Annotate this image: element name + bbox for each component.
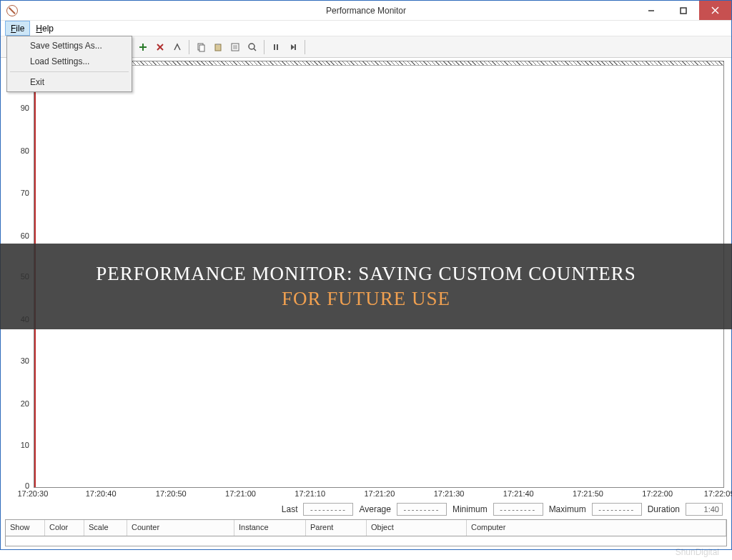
highlight-button[interactable] [169, 39, 185, 55]
minimize-button[interactable] [635, 1, 667, 20]
x-axis: 17:20:30 17:20:40 17:20:50 17:21:00 17:2… [29, 488, 724, 501]
x-tick: 17:22:09 [704, 489, 732, 498]
toolbar-sep-3 [305, 40, 305, 54]
y-tick: 10 [21, 441, 29, 449]
zoom-button[interactable] [244, 39, 260, 55]
remove-counter-button[interactable] [152, 39, 168, 55]
x-tick: 17:21:10 [295, 489, 325, 498]
x-tick: 17:21:00 [225, 489, 256, 498]
y-tick: 30 [21, 356, 29, 365]
titlebar: Performance Monitor [1, 1, 731, 21]
menu-load-settings[interactable]: Load Settings... [9, 54, 130, 69]
col-parent[interactable]: Parent [306, 520, 367, 536]
col-color[interactable]: Color [45, 520, 84, 536]
stat-avg-label: Average [359, 504, 390, 514]
properties-button[interactable] [227, 39, 243, 55]
x-tick: 17:21:20 [364, 489, 395, 498]
x-tick: 17:20:50 [156, 489, 187, 498]
close-button[interactable] [699, 1, 731, 20]
window-title: Performance Monitor [326, 6, 406, 16]
x-tick: 17:20:40 [86, 489, 117, 498]
y-tick: 80 [21, 146, 29, 155]
step-button[interactable] [285, 39, 301, 55]
toolbar-sep-1 [189, 40, 189, 54]
file-menu-dropdown: Save Settings As... Load Settings... Exi… [6, 36, 132, 92]
y-tick: 60 [21, 231, 29, 240]
svg-rect-10 [215, 44, 221, 51]
menu-file[interactable]: File [5, 21, 30, 36]
svg-line-17 [254, 49, 256, 51]
x-tick: 17:20:30 [17, 489, 48, 498]
app-icon [6, 5, 18, 16]
overlay-line1: PERFORMANCE MONITOR: SAVING CUSTOM COUNT… [96, 263, 636, 285]
menubar: File Help [1, 21, 731, 36]
svg-rect-19 [277, 44, 278, 50]
overlay-caption: PERFORMANCE MONITOR: SAVING CUSTOM COUNT… [0, 244, 732, 329]
stat-dur-value: 1:40 [686, 503, 723, 516]
svg-rect-18 [274, 44, 275, 50]
overlay-line2: FOR FUTURE USE [282, 288, 450, 310]
y-tick: 90 [21, 104, 29, 112]
svg-point-16 [249, 44, 254, 49]
stat-last-value: --------- [303, 503, 353, 516]
x-tick: 17:22:00 [642, 489, 673, 498]
pause-button[interactable] [268, 39, 284, 55]
maximize-button[interactable] [667, 1, 699, 20]
col-computer[interactable]: Computer [467, 520, 726, 536]
y-tick: 70 [21, 189, 29, 197]
stat-max-value: --------- [592, 503, 642, 516]
menu-exit[interactable]: Exit [9, 74, 130, 90]
counter-grid-body[interactable] [5, 536, 727, 546]
stats-row: Last --------- Average --------- Minimum… [1, 501, 731, 518]
stat-max-label: Maximum [549, 504, 586, 514]
y-tick: 20 [21, 399, 29, 408]
col-show[interactable]: Show [6, 520, 45, 536]
stat-last-label: Last [282, 504, 298, 514]
svg-rect-9 [199, 45, 204, 51]
svg-rect-21 [295, 44, 296, 50]
stat-avg-value: --------- [397, 503, 447, 516]
col-instance[interactable]: Instance [234, 520, 306, 536]
svg-rect-11 [217, 44, 219, 45]
watermark: ShunDigital [676, 547, 719, 557]
menu-help[interactable]: Help [30, 21, 59, 36]
stat-min-value: --------- [493, 503, 543, 516]
col-object[interactable]: Object [367, 520, 467, 536]
col-counter[interactable]: Counter [127, 520, 234, 536]
copy-button[interactable] [193, 39, 209, 55]
paste-button[interactable] [210, 39, 226, 55]
stat-dur-label: Duration [648, 504, 680, 514]
menu-separator [10, 71, 129, 72]
toolbar-sep-2 [264, 40, 264, 54]
counter-grid-header: Show Color Scale Counter Instance Parent… [5, 519, 727, 536]
add-counter-button[interactable] [135, 39, 151, 55]
menu-save-settings-as[interactable]: Save Settings As... [9, 38, 130, 54]
x-tick: 17:21:40 [503, 489, 534, 498]
plot-hatch [34, 61, 723, 66]
stat-min-label: Minimum [452, 504, 488, 514]
svg-rect-1 [681, 8, 686, 14]
col-scale[interactable]: Scale [84, 520, 127, 536]
x-tick: 17:21:50 [573, 489, 603, 498]
svg-marker-20 [291, 44, 295, 50]
window-controls [635, 1, 731, 20]
x-tick: 17:21:30 [434, 489, 465, 498]
